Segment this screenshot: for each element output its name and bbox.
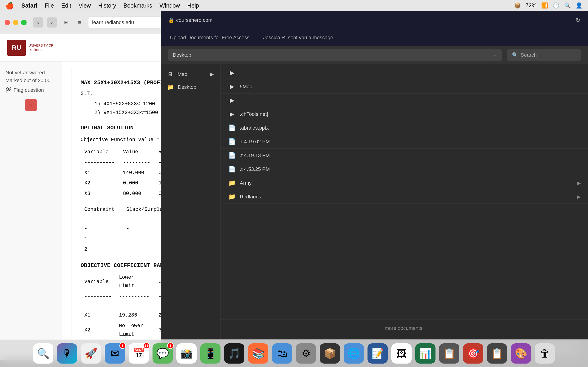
dock-preview[interactable]: 🖼 xyxy=(391,343,412,364)
dock-excel[interactable]: 📊 xyxy=(415,343,435,364)
list-item[interactable]: 📄 .t 4.19.13 PM xyxy=(221,149,588,162)
upload-notification[interactable]: Upload Documents for Free Access xyxy=(170,35,250,41)
menu-view[interactable]: View xyxy=(78,2,91,9)
menu-bookmarks[interactable]: Bookmarks xyxy=(123,2,152,9)
var-sep: ---------- xyxy=(81,157,119,168)
dock-notchmeister[interactable]: 📦 xyxy=(320,343,340,364)
logo-name: UNIVERSITY OF Redlands xyxy=(28,43,53,52)
back-button[interactable]: ‹ xyxy=(33,17,43,27)
con-1: 1 xyxy=(81,234,123,244)
user-avatar-menu[interactable]: 👤 xyxy=(576,2,582,9)
oc-ll-header: Lower Limit xyxy=(115,272,155,291)
coursehero-bar: 🔒 coursehero.com ↻ xyxy=(161,11,588,29)
dock: 🔍 🎙 🚀 ✉ 3 📅 29 💬 3 📸 📱 🎵 📚 🛍 ⚙ 📦 🌐 � xyxy=(0,340,588,367)
apple-menu[interactable]: 🍎 xyxy=(6,2,14,10)
expand-icon: ▶ xyxy=(228,83,236,90)
menu-file[interactable]: File xyxy=(44,2,54,9)
dock-design[interactable]: 🎨 xyxy=(511,343,531,364)
battery-status: 72% xyxy=(526,2,536,9)
fd-sidebar: 🖥 iMac ▶ 📁 Desktop xyxy=(161,64,221,360)
dock-ppt[interactable]: 🎯 xyxy=(463,343,483,364)
menu-history[interactable]: History xyxy=(98,2,116,9)
books-icon: 📚 xyxy=(252,348,265,359)
dock-appstore[interactable]: 🛍 xyxy=(272,343,292,364)
sidebar-nav-icon[interactable]: ≡ xyxy=(25,99,37,111)
dock-messages[interactable]: 💬 3 xyxy=(153,343,173,364)
document-icon: 📄 xyxy=(228,152,236,159)
mail-badge: 3 xyxy=(120,342,126,349)
preview-icon: 🖼 xyxy=(397,348,406,359)
sysprefs-icon: ⚙ xyxy=(302,348,311,359)
file-name: .t 4.53.25 PM xyxy=(240,166,581,172)
path-bar[interactable]: Desktop ⌄ xyxy=(168,49,502,61)
dock-stuff1[interactable]: 📋 xyxy=(439,343,459,364)
search-bar[interactable]: 🔍 Search xyxy=(507,49,581,61)
flag-question[interactable]: 🏁 Flag question xyxy=(6,87,56,93)
reader-view-button[interactable]: ≡ xyxy=(74,17,85,27)
x2-val: 0.000 xyxy=(119,178,155,188)
con-col-header: Constraint xyxy=(81,204,123,215)
forward-button[interactable]: › xyxy=(47,17,57,27)
dock-siri[interactable]: 🎙 xyxy=(57,343,77,364)
music-icon: 🎵 xyxy=(228,348,241,359)
dock-facetime[interactable]: 📱 xyxy=(200,343,221,364)
notification-bar: Upload Documents for Free Access Jessica… xyxy=(161,29,588,46)
reload-icon[interactable]: ↻ xyxy=(576,17,581,24)
minimize-button[interactable] xyxy=(13,20,18,25)
list-item-army[interactable]: 📁 Army ▶ xyxy=(221,176,588,190)
con-sep: ------------ xyxy=(81,215,123,234)
expand-arrow-icon: ▶ xyxy=(577,180,581,186)
menu-safari[interactable]: Safari xyxy=(21,2,37,9)
x1-val: 140.000 xyxy=(119,168,155,178)
expand-icon: ▶ xyxy=(228,97,236,104)
list-item[interactable]: 📄 .abrales.pptx xyxy=(221,121,588,135)
search-icon[interactable]: 🔍 xyxy=(564,2,571,9)
question-status: Not yet answered xyxy=(6,70,56,76)
list-item[interactable]: ▶ .chTools.net] xyxy=(221,107,588,121)
dock-launchpad[interactable]: 🚀 xyxy=(81,343,101,364)
dock-finder[interactable]: 🔍 xyxy=(33,343,53,364)
finder-overlay: 🔒 coursehero.com ↻ Upload Documents for … xyxy=(161,11,588,360)
dock-books[interactable]: 📚 xyxy=(248,343,268,364)
expand-arrow-icon: ▶ xyxy=(210,71,214,77)
list-item[interactable]: ▶ 5Mac xyxy=(221,80,588,94)
sidebar-item-desktop[interactable]: 📁 Desktop xyxy=(161,81,220,94)
oc-var-header: Variable xyxy=(81,272,115,291)
dock-music[interactable]: 🎵 xyxy=(224,343,244,364)
maximize-button[interactable] xyxy=(21,20,27,25)
sidebar-item-imac[interactable]: 🖥 iMac ▶ xyxy=(161,68,220,81)
dock-safari[interactable]: 🌐 xyxy=(344,343,364,364)
ppt-icon: 🎯 xyxy=(467,348,480,359)
list-item[interactable]: 📄 .t 4.19.02 PM xyxy=(221,135,588,149)
dock-word[interactable]: 📝 xyxy=(367,343,388,364)
list-item[interactable]: 📄 .t 4.53.25 PM xyxy=(221,162,588,176)
photos-icon: 📸 xyxy=(180,348,193,359)
sidebar-toggle-safari[interactable]: ⊞ xyxy=(61,17,71,27)
list-item[interactable]: ▶ xyxy=(221,94,588,107)
word-icon: 📝 xyxy=(372,348,384,359)
expand-icon: ▶ xyxy=(228,69,236,76)
dock-calendar[interactable]: 📅 29 xyxy=(129,343,149,364)
x3-val: 80.000 xyxy=(119,189,155,199)
close-button[interactable] xyxy=(5,20,10,25)
message-notification[interactable]: Jessica R. sent you a message xyxy=(263,35,333,41)
sidebar-item-label: iMac xyxy=(176,71,187,77)
con-2: 2 xyxy=(81,244,123,255)
dock-clipboard[interactable]: 📋 xyxy=(487,343,507,364)
menu-edit[interactable]: Edit xyxy=(61,2,71,9)
file-dialog-toolbar: Desktop ⌄ 🔍 Search xyxy=(161,46,588,64)
excel-icon: 📊 xyxy=(419,348,432,359)
dock-mail[interactable]: ✉ 3 xyxy=(105,343,125,364)
sidebar-item-label: Desktop xyxy=(178,84,196,90)
coursehero-url-text: coursehero.com xyxy=(176,17,212,23)
menu-help[interactable]: Help xyxy=(187,2,199,9)
menu-window[interactable]: Window xyxy=(159,2,180,9)
list-item[interactable]: ▶ xyxy=(221,66,588,80)
dock-trash[interactable]: 🗑 xyxy=(535,343,555,364)
logo-box: RU xyxy=(7,40,26,56)
fd-main: ▶ ▶ 5Mac ▶ ▶ .chTools.net] xyxy=(221,64,588,360)
dock-photos[interactable]: 📸 xyxy=(176,343,197,364)
more-docs-section: more documents. xyxy=(221,319,588,337)
dock-sysprefs[interactable]: ⚙ xyxy=(296,343,316,364)
list-item-redlands[interactable]: 📁 Redlands ▶ xyxy=(221,190,588,204)
